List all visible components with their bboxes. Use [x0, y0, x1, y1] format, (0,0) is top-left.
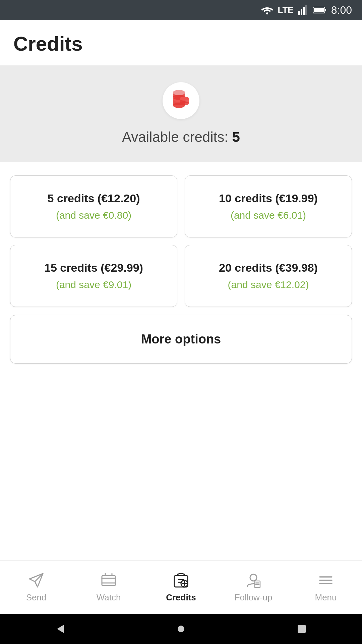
- nav-label-followup: Follow-up: [235, 592, 273, 603]
- credit-option-5[interactable]: 5 credits (€12.20) (and save €0.80): [10, 175, 177, 237]
- svg-point-0: [266, 12, 268, 14]
- nav-label-credits: Credits: [166, 592, 196, 603]
- credit-option-10-save: (and save €6.01): [231, 210, 306, 221]
- battery-icon: [313, 6, 326, 14]
- available-credits-text: Available credits: 5: [122, 129, 240, 145]
- status-bar: LTE 8:00: [0, 0, 362, 20]
- svg-rect-3: [303, 7, 305, 15]
- svg-rect-1: [298, 11, 300, 15]
- nav-item-menu[interactable]: Menu: [290, 560, 362, 614]
- svg-marker-37: [57, 625, 64, 633]
- nav-label-watch: Watch: [97, 592, 121, 603]
- lte-icon: LTE: [278, 5, 294, 15]
- credit-option-10-title: 10 credits (€19.99): [219, 192, 318, 205]
- followup-icon: [245, 572, 262, 589]
- watch-icon: [100, 572, 117, 589]
- credit-option-20[interactable]: 20 credits (€39.98) (and save €12.02): [185, 245, 352, 307]
- svg-point-38: [178, 626, 184, 632]
- credits-banner: Available credits: 5: [0, 65, 362, 162]
- send-icon: [27, 572, 45, 589]
- content-spacer: [0, 374, 362, 560]
- coin-icon-container: [163, 82, 199, 119]
- wifi-icon: [261, 5, 273, 15]
- page-title: Credits: [0, 20, 362, 65]
- credit-option-5-title: 5 credits (€12.20): [48, 192, 140, 205]
- android-home-button[interactable]: [173, 621, 189, 637]
- svg-rect-2: [301, 9, 302, 15]
- status-time: 8:00: [331, 4, 352, 16]
- status-icons: LTE 8:00: [261, 4, 352, 16]
- android-back-button[interactable]: [52, 621, 69, 637]
- more-options-button[interactable]: More options: [10, 315, 352, 364]
- svg-rect-39: [298, 625, 306, 633]
- credit-option-20-save: (and save €12.02): [228, 279, 309, 290]
- svg-rect-4: [305, 5, 307, 15]
- svg-point-13: [173, 90, 185, 95]
- credits-nav-icon: [172, 572, 190, 589]
- credit-option-5-save: (and save €0.80): [56, 210, 131, 221]
- menu-icon: [317, 572, 335, 589]
- nav-item-watch[interactable]: Watch: [72, 560, 145, 614]
- android-nav-bar: [0, 614, 362, 644]
- credits-coin-icon: [170, 89, 192, 112]
- credit-options-grid: 5 credits (€12.20) (and save €0.80) 10 c…: [0, 162, 362, 314]
- credit-option-15-save: (and save €9.01): [56, 279, 131, 290]
- svg-rect-7: [325, 9, 326, 11]
- more-options-wrapper: More options: [0, 314, 362, 374]
- credit-option-15-title: 15 credits (€29.99): [44, 261, 143, 274]
- credit-option-10[interactable]: 10 credits (€19.99) (and save €6.01): [185, 175, 352, 237]
- credit-option-15[interactable]: 15 credits (€29.99) (and save €9.01): [10, 245, 177, 307]
- svg-point-30: [250, 574, 257, 581]
- nav-item-send[interactable]: Send: [0, 560, 72, 614]
- nav-label-menu: Menu: [315, 592, 337, 603]
- nav-item-credits[interactable]: Credits: [145, 560, 217, 614]
- signal-icon: [298, 5, 308, 15]
- svg-rect-19: [102, 576, 115, 586]
- nav-label-send: Send: [26, 592, 47, 603]
- nav-item-followup[interactable]: Follow-up: [217, 560, 290, 614]
- credit-option-20-title: 20 credits (€39.98): [219, 261, 318, 274]
- bottom-nav: Send Watch Credits: [0, 560, 362, 614]
- android-recents-button[interactable]: [293, 621, 310, 637]
- svg-point-16: [180, 97, 189, 101]
- svg-rect-6: [314, 8, 324, 12]
